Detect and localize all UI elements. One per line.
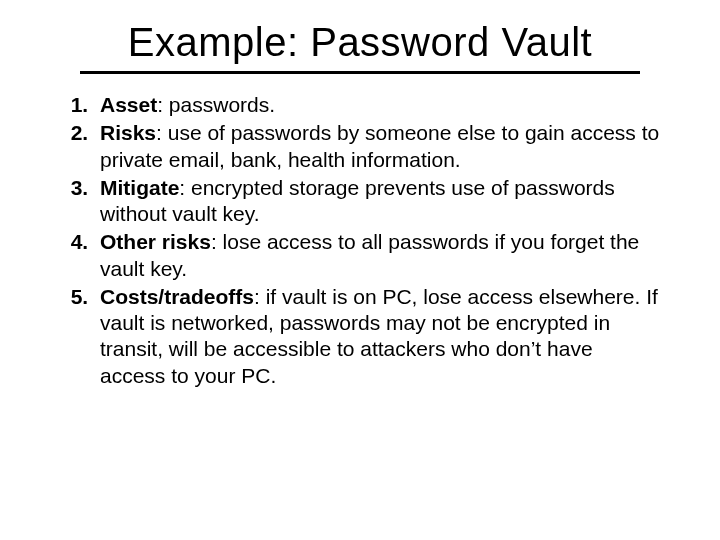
list-item: Asset: passwords. <box>94 92 660 118</box>
item-label: Risks <box>100 121 156 144</box>
item-label: Other risks <box>100 230 211 253</box>
item-label: Asset <box>100 93 157 116</box>
item-text: : use of passwords by someone else to ga… <box>100 121 659 170</box>
item-label: Mitigate <box>100 176 179 199</box>
item-text: : passwords. <box>157 93 275 116</box>
list-item: Risks: use of passwords by someone else … <box>94 120 660 173</box>
list-item: Mitigate: encrypted storage prevents use… <box>94 175 660 228</box>
slide-title: Example: Password Vault <box>50 20 670 65</box>
title-underline <box>80 71 640 74</box>
slide: Example: Password Vault Asset: passwords… <box>0 0 720 540</box>
list-item: Costs/tradeoffs: if vault is on PC, lose… <box>94 284 660 389</box>
numbered-list: Asset: passwords. Risks: use of password… <box>50 92 670 389</box>
item-label: Costs/tradeoffs <box>100 285 254 308</box>
list-item: Other risks: lose access to all password… <box>94 229 660 282</box>
